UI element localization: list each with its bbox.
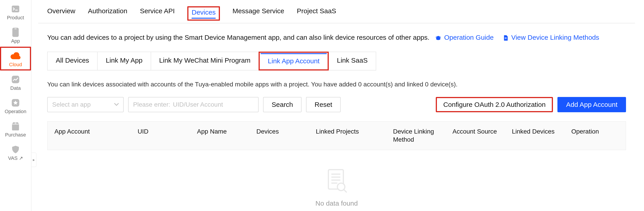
chart-icon [10, 74, 20, 84]
th-devices: Devices [256, 128, 316, 144]
graduation-cap-icon [435, 35, 442, 40]
chevron-right-icon: ▸ [33, 157, 35, 162]
link-text: Operation Guide [444, 34, 494, 41]
svg-rect-2 [14, 29, 16, 29]
sidebar-item-data[interactable]: Data [0, 70, 31, 94]
sidebar-item-label: VAS ↗ [8, 156, 23, 161]
device-sub-tabs: All Devices Link My App Link My WeChat M… [38, 43, 635, 70]
add-app-account-button[interactable]: Add App Account [558, 97, 626, 112]
phone-icon [10, 27, 20, 37]
th-app-account: App Account [54, 128, 138, 144]
th-linked-devices: Linked Devices [512, 128, 571, 144]
svg-rect-6 [15, 122, 16, 124]
th-account-source: Account Source [452, 128, 512, 144]
active-underline [192, 18, 216, 19]
reset-button[interactable]: Reset [306, 97, 341, 112]
sidebar: Product App Cloud Data Operation Purchas… [0, 0, 32, 211]
tab-label: Devices [192, 8, 216, 16]
th-operation: Operation [571, 128, 619, 144]
active-top-bar [260, 53, 327, 54]
sidebar-item-label: Data [10, 86, 21, 91]
search-button[interactable]: Search [263, 97, 302, 112]
link-text: View Device Linking Methods [511, 34, 599, 41]
sub-tab-link-app-account[interactable]: Link App Account [258, 52, 329, 70]
tab-service-api[interactable]: Service API [140, 7, 175, 18]
tab-message-service[interactable]: Message Service [232, 7, 284, 18]
filter-row: Select an app Please enter: UID/User Acc… [38, 88, 635, 112]
package-icon [10, 121, 20, 131]
tab-project-saas[interactable]: Project SaaS [297, 7, 336, 18]
document-icon [503, 35, 508, 41]
svg-rect-7 [505, 37, 507, 38]
accounts-table-header: App Account UID App Name Devices Linked … [47, 121, 626, 150]
project-nav-tabs: Overview Authorization Service API Devic… [38, 0, 635, 23]
empty-document-icon [325, 168, 348, 193]
sub-tab-label: Link App Account [268, 57, 320, 65]
terminal-icon [10, 4, 20, 14]
shield-icon [10, 145, 20, 154]
cloud-icon [10, 51, 20, 61]
chevron-down-icon [114, 103, 119, 106]
sub-tab-link-my-app[interactable]: Link My App [97, 52, 151, 70]
sidebar-item-label: Purchase [5, 132, 26, 137]
tab-overview[interactable]: Overview [47, 7, 75, 18]
select-placeholder: Select an app [52, 101, 90, 108]
sidebar-item-label: Product [7, 15, 24, 20]
th-app-name: App Name [197, 128, 256, 144]
bookmark-icon [10, 98, 20, 108]
sidebar-item-label: Cloud [9, 62, 22, 67]
svg-rect-0 [12, 5, 19, 12]
sub-tab-all-devices[interactable]: All Devices [47, 52, 98, 70]
empty-text: No data found [316, 200, 358, 207]
sidebar-item-purchase[interactable]: Purchase [0, 117, 31, 141]
input-prefix: Please enter: [133, 101, 170, 108]
sidebar-item-vas[interactable]: VAS ↗ [0, 141, 31, 164]
uid-input[interactable]: Please enter: UID/User Account [128, 97, 258, 112]
sidebar-item-product[interactable]: Product [0, 0, 31, 23]
sub-tab-link-wechat[interactable]: Link My WeChat Mini Program [151, 52, 259, 70]
sidebar-item-label: App [11, 39, 20, 43]
configure-oauth-button[interactable]: Configure OAuth 2.0 Authorization [436, 97, 553, 112]
sidebar-expand-handle[interactable]: ▸ [32, 153, 36, 167]
tab-devices[interactable]: Devices [187, 6, 220, 21]
tab-authorization[interactable]: Authorization [88, 7, 127, 18]
view-linking-methods-link[interactable]: View Device Linking Methods [503, 34, 599, 41]
th-linking-method: Device Linking Method [393, 128, 452, 144]
sidebar-item-app[interactable]: App [0, 23, 31, 47]
input-placeholder: UID/User Account [173, 101, 223, 108]
empty-state: No data found [38, 150, 635, 207]
app-select[interactable]: Select an app [47, 97, 124, 112]
svg-line-15 [344, 190, 346, 192]
sidebar-item-operation[interactable]: Operation [0, 94, 31, 117]
th-linked-projects: Linked Projects [316, 128, 393, 144]
th-uid: UID [138, 128, 197, 144]
description-text: You can add devices to a project by usin… [38, 23, 635, 43]
operation-guide-link[interactable]: Operation Guide [435, 34, 496, 41]
svg-rect-8 [505, 38, 507, 39]
main-content: Overview Authorization Service API Devic… [38, 0, 635, 207]
accounts-status-text: You can link devices associated with acc… [38, 70, 635, 88]
sidebar-item-label: Operation [5, 109, 26, 114]
sub-tab-link-saas[interactable]: Link SaaS [328, 52, 376, 70]
sidebar-item-cloud[interactable]: Cloud [0, 47, 31, 70]
description-body: You can add devices to a project by usin… [47, 34, 430, 41]
